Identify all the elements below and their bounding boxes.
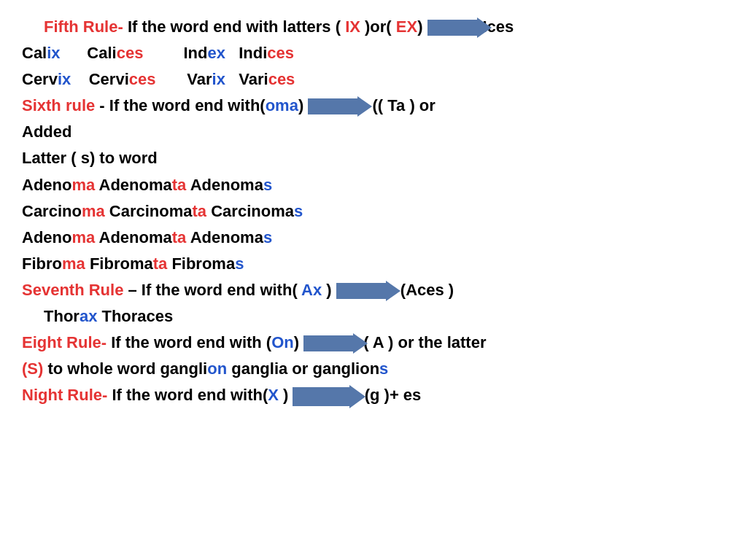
- carcinoma-red1: ma: [82, 202, 105, 220]
- fifth-rule-line: Fifth Rule- If the word end with latters…: [22, 15, 725, 39]
- seventh-rule-line: Seventh Rule – If the word end with( Ax …: [22, 278, 725, 303]
- seventh-rule-text1: – If the word end with(: [123, 281, 301, 299]
- calix-blue: ix: [47, 44, 60, 62]
- fibroma-blue3: s: [235, 254, 244, 273]
- latter-s-line: Latter ( s) to word: [22, 146, 725, 171]
- adenoma2-row: Adenoma Adenomata Adenomas: [22, 225, 725, 250]
- added-text: Added: [22, 122, 71, 141]
- calix-black: Cal: [22, 44, 47, 62]
- night-rule-label: Night Rule-: [22, 386, 107, 404]
- adenoma1-black3: Adenoma: [186, 176, 263, 194]
- seventh-rule-arrow: [336, 283, 387, 299]
- ganglion-text2: ganglia or ganglion: [227, 359, 379, 378]
- fifth-rule-text1: If the word end with latters (: [123, 18, 345, 36]
- added-line: Added: [22, 120, 725, 144]
- carcinoma-black1: Carcino: [22, 202, 82, 220]
- adenoma2-black2: Adenoma: [95, 228, 172, 246]
- carcinoma-red2: ta: [193, 202, 207, 220]
- eight-rule-label: Eight Rule-: [22, 333, 107, 351]
- sixth-rule-text2: ): [298, 96, 303, 114]
- fibroma-row: Fibroma Fibromata Fibromas: [22, 252, 725, 276]
- indices-black: Indi: [239, 44, 267, 62]
- ganglion-text1: to whole word gangli: [43, 359, 207, 378]
- cervix-black: Cerv: [22, 70, 58, 88]
- adenoma1-blue3: s: [263, 176, 272, 194]
- calices-black: Cali: [87, 44, 116, 62]
- cervix-row: Cervix Cervices Varix Varices: [22, 67, 725, 92]
- night-rule-text2: ): [279, 386, 288, 404]
- adenoma1-row: Adenoma Adenomata Adenomas: [22, 173, 725, 198]
- calices-red: ces: [117, 44, 144, 62]
- fifth-rule-text3: ): [417, 18, 422, 36]
- sixth-rule-line: Sixth rule - If the word end with(oma) (…: [22, 93, 725, 118]
- cervices-black: Cervi: [89, 70, 129, 88]
- night-rule-line: Night Rule- If the word end with(X ) (g …: [22, 383, 725, 408]
- thorax-row: Thorax Thoraces: [22, 304, 725, 329]
- x-highlight: X: [268, 386, 279, 404]
- seventh-rule-label: Seventh Rule: [22, 281, 123, 299]
- cervices-red: ces: [129, 70, 156, 88]
- adenoma1-red1: ma: [71, 176, 95, 194]
- cervix-blue: ix: [58, 70, 71, 88]
- ax-highlight: Ax: [301, 281, 322, 299]
- index-blue: ex: [207, 44, 225, 62]
- seventh-rule-result: (Aces ): [400, 281, 454, 299]
- eight-rule-line: Eight Rule- If the word end with (On) ( …: [22, 330, 725, 355]
- ganglion-blue-s: s: [379, 359, 388, 378]
- ex-highlight: EX: [396, 18, 417, 36]
- sixth-rule-text1: - If the word end with(: [95, 96, 265, 114]
- sixth-rule-arrow: [308, 98, 359, 114]
- index-black: Ind: [183, 44, 207, 62]
- thorax-black2: Thoraces: [97, 307, 173, 325]
- fibroma-black3: Fibroma: [167, 254, 235, 273]
- carcinoma-blue3: s: [294, 202, 303, 220]
- ganglion-line: (S) to whole word ganglion ganglia or ga…: [22, 357, 725, 381]
- adenoma1-red2: ta: [172, 176, 187, 194]
- seventh-rule-text2: ): [322, 281, 331, 299]
- adenoma2-black3: Adenoma: [186, 228, 263, 246]
- fibroma-red2: ta: [153, 254, 168, 273]
- varix-blue: ix: [212, 70, 225, 88]
- ganglion-red-s: (S): [22, 359, 43, 378]
- fibroma-black1: Fibro: [22, 254, 62, 273]
- thorax-blue1: ax: [80, 307, 97, 325]
- varices-red: ces: [268, 70, 295, 88]
- adenoma2-red1: ma: [71, 228, 95, 246]
- indices-red: ces: [267, 44, 294, 62]
- fifth-rule-arrow: [427, 20, 479, 36]
- carcinoma-black2: Carcinoma: [105, 202, 193, 220]
- night-rule-result: (g )+ es: [365, 386, 422, 404]
- sixth-rule-label: Sixth rule: [22, 96, 95, 114]
- ix-highlight: IX: [345, 18, 360, 36]
- adenoma1-black1: Adeno: [22, 176, 71, 194]
- eight-rule-arrow: [303, 335, 355, 351]
- adenoma2-blue3: s: [263, 228, 272, 246]
- latter-s-text: Latter ( s) to word: [22, 149, 158, 167]
- eight-rule-result: ( A ) or the latter: [363, 333, 486, 351]
- carcinoma-row: Carcinoma Carcinomata Carcinomas: [22, 199, 725, 224]
- sixth-rule-result1: (( Ta ) or: [372, 96, 435, 114]
- calix-row: Calix Calices Index Indices: [22, 41, 725, 66]
- varices-black: Vari: [239, 70, 268, 88]
- adenoma2-black1: Adeno: [22, 228, 71, 246]
- eight-rule-text2: ): [294, 333, 299, 351]
- adenoma1-black2: Adenoma: [95, 176, 172, 194]
- on-highlight: On: [271, 333, 294, 351]
- varix-black: Var: [187, 70, 212, 88]
- thorax-black1: Thor: [44, 307, 80, 325]
- night-rule-text1: If the word end with(: [107, 386, 268, 404]
- fifth-rule-label: Fifth Rule-: [22, 18, 123, 36]
- fifth-rule-text2: )or(: [360, 18, 396, 36]
- fibroma-red1: ma: [62, 254, 85, 273]
- adenoma2-red2: ta: [172, 228, 187, 246]
- fibroma-black2: Fibroma: [85, 254, 153, 273]
- oma-highlight: oma: [266, 96, 298, 114]
- ganglion-on: on: [207, 359, 227, 378]
- night-rule-arrow: [293, 387, 351, 406]
- carcinoma-black3: Carcinoma: [206, 202, 294, 220]
- eight-rule-text1: If the word end with (: [107, 333, 271, 351]
